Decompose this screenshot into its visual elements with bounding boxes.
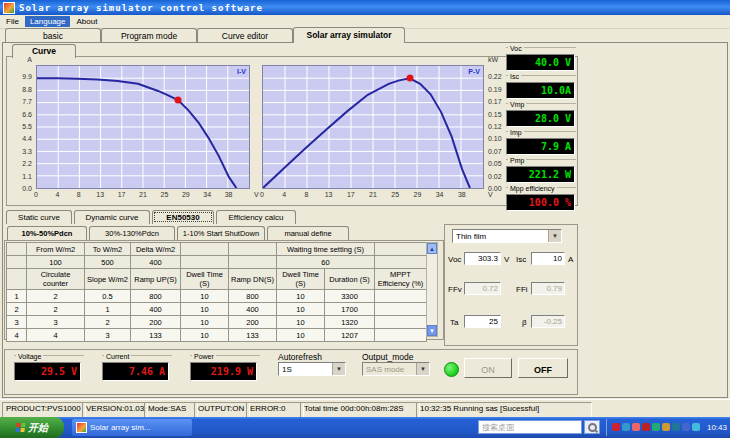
cell[interactable]: 10 bbox=[181, 290, 229, 303]
cell[interactable]: 3 bbox=[27, 316, 85, 329]
cell-from[interactable]: 100 bbox=[27, 256, 85, 269]
cell[interactable]: 400 bbox=[229, 303, 277, 316]
ta-input[interactable] bbox=[464, 315, 501, 328]
tab-dynamic-curve[interactable]: Dynamic curve bbox=[74, 210, 150, 224]
cell[interactable]: 10 bbox=[277, 303, 325, 316]
readout-label: Isc bbox=[508, 73, 521, 80]
on-button[interactable]: ON bbox=[464, 358, 512, 378]
subtab-start-shutdown[interactable]: 1-10% Start ShutDown bbox=[177, 226, 265, 240]
tab-efficiency-calcu[interactable]: Efficiency calcu bbox=[216, 210, 296, 224]
tab-curve-editor[interactable]: Curve editor bbox=[197, 28, 293, 42]
cell[interactable]: 133 bbox=[229, 329, 277, 342]
isc-display: 10.0A bbox=[506, 82, 575, 99]
pv-chart: P-V 0.220.190.170.150.120.100.070.050.02… bbox=[262, 58, 514, 204]
tab-basic[interactable]: basic bbox=[5, 28, 101, 42]
en50530-table: From W/m2 To W/m2 Delta W/m2 Waiting tim… bbox=[6, 242, 427, 342]
cell[interactable]: 3300 bbox=[325, 290, 375, 303]
tray-icon[interactable] bbox=[662, 423, 670, 431]
cell bbox=[7, 256, 27, 269]
tray-icon[interactable] bbox=[672, 423, 680, 431]
status-error: ERROR:0 bbox=[246, 402, 304, 418]
header-cell: Dwell Time (S) bbox=[277, 269, 325, 290]
subtab-30-130-pdcn[interactable]: 30%-130%Pdcn bbox=[89, 226, 175, 240]
curve-type-label: I-V bbox=[237, 68, 246, 75]
tab-solar-array-simulator[interactable]: Solar array simulator bbox=[293, 27, 405, 43]
cell[interactable]: 0.5 bbox=[85, 290, 131, 303]
cell[interactable]: 10 bbox=[181, 329, 229, 342]
cell[interactable]: 200 bbox=[229, 316, 277, 329]
x-axis-tick: 29 bbox=[179, 191, 193, 198]
tab-static-curve[interactable]: Static curve bbox=[6, 210, 72, 224]
cell[interactable]: 10 bbox=[277, 290, 325, 303]
menu-file[interactable]: File bbox=[1, 16, 24, 27]
tray-icon[interactable] bbox=[632, 423, 640, 431]
off-button[interactable]: OFF bbox=[518, 358, 568, 378]
taskbar-search-input[interactable] bbox=[478, 420, 582, 434]
cell[interactable]: 800 bbox=[229, 290, 277, 303]
cell-to[interactable]: 500 bbox=[85, 256, 131, 269]
voc-input[interactable] bbox=[464, 252, 501, 265]
subtab-manual-define[interactable]: manual define bbox=[267, 226, 349, 240]
menu-about[interactable]: About bbox=[71, 16, 102, 27]
cell[interactable]: 400 bbox=[131, 303, 181, 316]
subtab-10-50-pdcn[interactable]: 10%-50%Pdcn bbox=[7, 226, 87, 240]
beta-input bbox=[531, 315, 565, 328]
cell[interactable]: 10 bbox=[181, 303, 229, 316]
tray-icon[interactable] bbox=[642, 423, 650, 431]
ffv-input bbox=[464, 282, 501, 295]
cell[interactable]: 3 bbox=[85, 329, 131, 342]
imp-display: 7.9 A bbox=[506, 138, 575, 155]
status-bar: PRODUCT:PVS1000 VERSION:01.03 Mode:SAS O… bbox=[0, 399, 730, 417]
cell[interactable] bbox=[375, 329, 427, 342]
tray-icon[interactable] bbox=[682, 423, 690, 431]
y-axis-tick: 0.19 bbox=[488, 86, 502, 93]
chevron-down-icon[interactable]: ▼ bbox=[548, 230, 561, 242]
cell[interactable]: 10 bbox=[277, 316, 325, 329]
search-button[interactable] bbox=[584, 420, 600, 434]
cell[interactable]: 10 bbox=[277, 329, 325, 342]
tab-en50530[interactable]: EN50530 bbox=[152, 210, 214, 224]
header-cell bbox=[7, 243, 27, 256]
isc-input[interactable] bbox=[531, 252, 565, 265]
scroll-down-icon[interactable]: ▼ bbox=[427, 325, 437, 336]
cell[interactable]: 2 bbox=[27, 303, 85, 316]
menu-language[interactable]: Language bbox=[25, 16, 71, 27]
x-axis-tick: 38 bbox=[222, 191, 236, 198]
tab-program-mode[interactable]: Program mode bbox=[101, 28, 197, 42]
cell[interactable]: 133 bbox=[131, 329, 181, 342]
autorefresh-select[interactable]: 1S ▼ bbox=[278, 362, 346, 376]
cell[interactable]: 1700 bbox=[325, 303, 375, 316]
tray-icon[interactable] bbox=[622, 423, 630, 431]
cell[interactable] bbox=[375, 290, 427, 303]
cell-delta[interactable]: 400 bbox=[131, 256, 181, 269]
autorefresh-label: Autorefresh bbox=[278, 352, 322, 362]
cell-waiting[interactable]: 60 bbox=[277, 256, 375, 269]
scroll-up-icon[interactable]: ▲ bbox=[427, 243, 437, 254]
cell[interactable]: 2 bbox=[85, 316, 131, 329]
readout-pmp: Pmp 221.2 W bbox=[506, 155, 576, 183]
y-axis-unit: kW bbox=[488, 56, 498, 63]
chevron-down-icon[interactable]: ▼ bbox=[332, 363, 345, 375]
cell[interactable]: 1 bbox=[85, 303, 131, 316]
tray-divider bbox=[606, 419, 607, 436]
cell[interactable]: 4 bbox=[27, 329, 85, 342]
cell[interactable]: 1207 bbox=[325, 329, 375, 342]
y-axis-tick: 0.07 bbox=[488, 148, 502, 155]
curve-subtab[interactable]: Curve bbox=[12, 44, 76, 58]
cell[interactable]: 1320 bbox=[325, 316, 375, 329]
tray-icon[interactable] bbox=[652, 423, 660, 431]
table-scrollbar[interactable]: ▲ ▼ bbox=[426, 242, 438, 337]
tray-icon[interactable] bbox=[612, 423, 620, 431]
taskbar-app-button[interactable]: Solar array sim... bbox=[72, 419, 192, 436]
cell[interactable]: 10 bbox=[181, 316, 229, 329]
row-number: 4 bbox=[7, 329, 27, 342]
tray-icon[interactable] bbox=[692, 423, 700, 431]
pv-type-select[interactable]: Thin film ▼ bbox=[452, 229, 562, 243]
cell[interactable]: 200 bbox=[131, 316, 181, 329]
isc-unit: A bbox=[568, 255, 573, 264]
cell[interactable]: 800 bbox=[131, 290, 181, 303]
start-button[interactable]: 开始 bbox=[0, 417, 64, 438]
cell[interactable]: 2 bbox=[27, 290, 85, 303]
cell[interactable] bbox=[375, 316, 427, 329]
cell[interactable] bbox=[375, 303, 427, 316]
